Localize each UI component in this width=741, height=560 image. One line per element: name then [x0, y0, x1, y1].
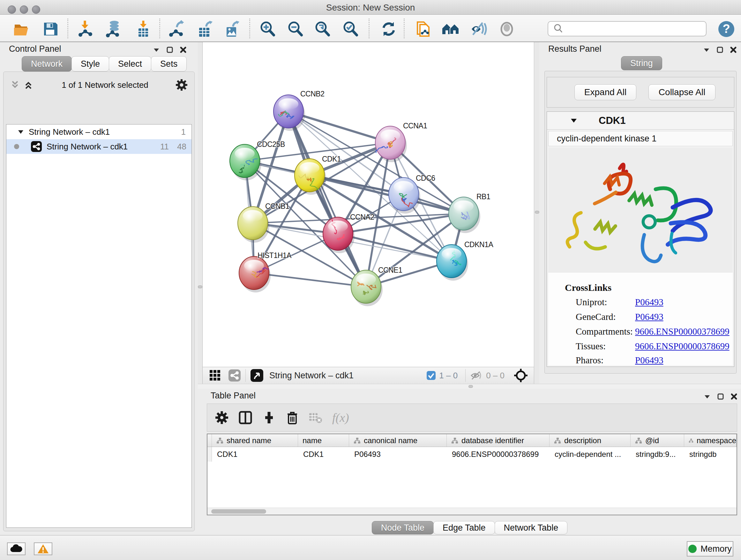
open-in-new-window-icon[interactable]	[250, 369, 264, 382]
network-node-CDKN1A[interactable]	[436, 245, 468, 281]
tab-network[interactable]: Network	[22, 56, 72, 71]
crosslink-uniprot-link[interactable]: P06493	[635, 297, 664, 307]
network-collection-row[interactable]: String Network – cdk1 1	[6, 125, 192, 139]
panel-menu-icon[interactable]	[152, 46, 160, 54]
vertical-splitter-right[interactable]	[535, 42, 539, 384]
network-edge-CDK1-RB1[interactable]	[310, 175, 464, 213]
network-node-CCNB2[interactable]	[273, 95, 305, 131]
node-table[interactable]: shared namenamecanonical namedatabase id…	[207, 434, 737, 515]
column-header--id[interactable]: @id	[630, 434, 684, 447]
network-node-HIST1H1A[interactable]	[239, 256, 271, 293]
network-node-CCNE1[interactable]	[351, 270, 383, 306]
tab-network-table[interactable]: Network Table	[495, 521, 568, 535]
tab-sets[interactable]: Sets	[151, 56, 187, 71]
tab-edge-table[interactable]: Edge Table	[433, 521, 495, 535]
save-session-icon[interactable]	[40, 19, 61, 39]
delete-column-trash-icon[interactable]	[286, 410, 299, 425]
table-horizontal-scrollbar[interactable]	[207, 508, 737, 515]
column-header-shared-name[interactable]: shared name	[212, 434, 298, 447]
node-result-header[interactable]: CDK1	[547, 112, 734, 130]
cell-name[interactable]: CDK1	[298, 447, 349, 462]
network-canvas[interactable]: CCNB2CCNA1CDC25BCDK1CDC6RB1CCNB1CCNA2CDK…	[202, 42, 534, 367]
warning-status-button[interactable]	[34, 543, 52, 555]
network-row[interactable]: String Network – cdk1 11 48	[6, 139, 192, 154]
collection-expander-icon[interactable]	[17, 128, 24, 135]
column-header-description[interactable]: description	[549, 434, 630, 447]
string-network-graph[interactable]: CCNB2CCNA1CDC25BCDK1CDC6RB1CCNB1CCNA2CDK…	[203, 42, 534, 367]
panel-close-icon[interactable]	[179, 46, 187, 54]
crosslink-compartments-link[interactable]: 9606.ENSP00000378699	[635, 326, 730, 337]
table-row[interactable]: CDK1CDK1P064939606.ENSP00000378699cyclin…	[207, 447, 737, 462]
network-node-CDK1[interactable]	[294, 159, 326, 195]
panel-close-icon[interactable]	[730, 46, 737, 54]
hidden-eye-icon[interactable]	[470, 370, 483, 381]
expand-all-button[interactable]: Expand All	[575, 84, 636, 100]
table-settings-gear-icon[interactable]	[215, 411, 229, 425]
zoom-in-icon[interactable]	[257, 19, 278, 39]
import-network-file-icon[interactable]	[75, 19, 96, 39]
first-neighbors-icon[interactable]	[441, 19, 461, 39]
node-gloss	[328, 221, 348, 232]
network-node-CCNA1[interactable]	[375, 126, 407, 162]
add-column-icon[interactable]	[262, 411, 276, 425]
tab-string[interactable]: String	[621, 56, 662, 70]
column-header-namespace[interactable]: namespace	[684, 434, 737, 447]
protein-structure-image[interactable]	[548, 147, 733, 273]
memory-button[interactable]: Memory	[687, 541, 733, 557]
cell-namespace[interactable]: stringdb	[684, 447, 737, 462]
cell-canonical-name[interactable]: P06493	[349, 447, 447, 462]
open-session-icon[interactable]	[11, 19, 32, 39]
export-table-icon[interactable]	[194, 19, 214, 39]
column-header-name[interactable]: name	[298, 434, 349, 447]
network-edge-CCNB2-CCNE1[interactable]	[288, 111, 366, 287]
cloud-status-button[interactable]	[7, 543, 25, 555]
export-network-icon[interactable]	[166, 19, 186, 39]
search-input[interactable]	[565, 22, 706, 35]
birds-eye-view-icon[interactable]	[209, 369, 221, 381]
cell-description[interactable]: cyclin-dependent ...	[549, 447, 630, 462]
tab-style[interactable]: Style	[71, 56, 109, 71]
network-edge-HIST1H1A-CCNE1[interactable]	[254, 273, 366, 287]
node-gloss	[442, 248, 461, 260]
column-header-canonical-name[interactable]: canonical name	[349, 434, 447, 447]
zoom-selected-icon[interactable]	[340, 19, 360, 39]
zoom-out-icon[interactable]	[285, 19, 306, 39]
collapse-entry-icon[interactable]	[570, 117, 578, 125]
panel-close-icon[interactable]	[730, 393, 738, 400]
network-node-CDC25B[interactable]	[230, 144, 261, 180]
panel-menu-icon[interactable]	[703, 46, 711, 54]
panel-menu-icon[interactable]	[703, 393, 711, 400]
horizontal-splitter[interactable]	[198, 384, 741, 389]
export-image-icon[interactable]	[221, 19, 242, 39]
gear-icon[interactable]	[175, 78, 188, 91]
show-graphics-details-icon[interactable]	[496, 19, 517, 39]
crosslink-tissues-link[interactable]: 9606.ENSP00000378699	[635, 341, 730, 352]
help-icon[interactable]: ?	[716, 19, 737, 39]
import-table-file-icon[interactable]	[133, 19, 153, 39]
zoom-fit-icon[interactable]	[312, 19, 333, 39]
cell-shared-name[interactable]: CDK1	[212, 447, 298, 462]
panel-float-icon[interactable]	[717, 393, 724, 400]
scrollbar-thumb[interactable]	[211, 509, 266, 514]
expand-all-icon[interactable]	[24, 80, 35, 90]
collapse-all-button[interactable]: Collapse All	[649, 84, 716, 100]
tab-node-table[interactable]: Node Table	[372, 521, 434, 535]
show-columns-icon[interactable]	[239, 411, 253, 425]
hide-selected-icon[interactable]	[468, 19, 489, 39]
cell--id[interactable]: stringdb:9...	[630, 447, 684, 462]
panel-float-icon[interactable]	[166, 46, 174, 54]
panel-float-icon[interactable]	[716, 46, 724, 54]
crosslink-pharos-link[interactable]: P06493	[635, 355, 664, 366]
selected-checkbox-icon[interactable]	[426, 371, 436, 380]
refresh-view-icon[interactable]	[379, 19, 399, 39]
tab-select[interactable]: Select	[109, 56, 151, 71]
import-network-database-icon[interactable]	[104, 19, 124, 39]
network-node-RB1[interactable]	[449, 197, 480, 233]
cell-database-identifier[interactable]: 9606.ENSP00000378699	[447, 447, 549, 462]
collapse-all-icon[interactable]	[10, 80, 21, 90]
network-share-icon[interactable]	[228, 369, 241, 382]
clone-network-icon[interactable]	[413, 19, 433, 39]
fit-selected-crosshair-icon[interactable]	[514, 368, 528, 383]
crosslink-genecard-link[interactable]: P06493	[635, 312, 664, 322]
column-header-database-identifier[interactable]: database identifier	[447, 434, 549, 447]
